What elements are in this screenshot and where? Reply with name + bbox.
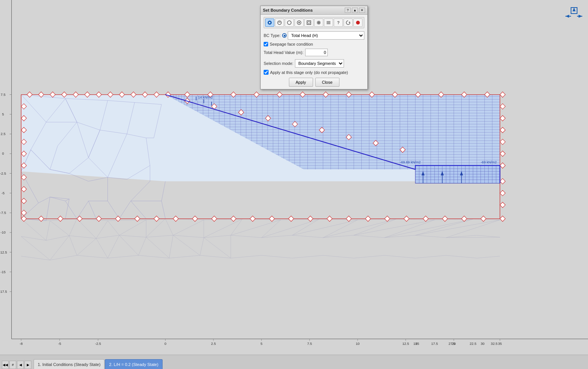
svg-point-436	[308, 22, 310, 24]
toolbar-btn-8[interactable]	[344, 18, 353, 27]
svg-text:35: 35	[498, 342, 502, 346]
dialog-title: Set Boundary Conditions	[263, 8, 313, 12]
stage-checkbox[interactable]	[264, 70, 269, 75]
svg-text:17.5: 17.5	[431, 342, 438, 346]
close-button[interactable]: Close	[315, 78, 339, 87]
svg-point-447	[356, 21, 360, 25]
toolbar-btn-5[interactable]	[314, 18, 323, 27]
dialog-controls: ? ▲ ✕	[345, 8, 365, 13]
boundary-conditions-dialog: Set Boundary Conditions ? ▲ ✕	[260, 6, 368, 89]
selection-mode-label: Selection mode:	[264, 61, 293, 66]
tab-bar: ◀◀ # ◀ ▶ 1. Initial Conditions (Steady S…	[0, 355, 588, 369]
svg-text:25: 25	[415, 342, 419, 346]
svg-text:-2.5: -2.5	[95, 342, 101, 346]
dialog-titlebar[interactable]: Set Boundary Conditions ? ▲ ✕	[261, 6, 367, 15]
dialog-body: ? BC Type: Total Head (H) Pressure Head …	[261, 15, 367, 89]
svg-text:0: 0	[164, 342, 166, 346]
svg-text:32.5: 32.5	[491, 342, 497, 346]
svg-text:-5: -5	[2, 191, 5, 195]
toolbar-btn-1[interactable]	[275, 18, 284, 27]
stage-row: Apply at this stage only (do not propaga…	[264, 70, 364, 75]
seepage-checkbox[interactable]	[264, 42, 268, 46]
toolbar-btn-3[interactable]	[295, 18, 304, 27]
dialog-help-button[interactable]: ?	[345, 8, 351, 13]
svg-marker-424	[573, 8, 576, 11]
toolbar-btn-4[interactable]	[304, 18, 313, 27]
svg-text:7.5: 7.5	[1, 93, 6, 97]
toolbar-btn-7[interactable]: ?	[334, 18, 343, 27]
tab-nav-hash[interactable]: #	[9, 361, 16, 369]
svg-text:5: 5	[261, 342, 263, 346]
svg-text:-8: -8	[20, 342, 23, 346]
svg-text:-2.5: -2.5	[0, 172, 6, 175]
svg-marker-426	[565, 15, 569, 18]
tab-nav-prev[interactable]: ◀	[17, 361, 24, 369]
stage-label: Apply at this stage only (do not propaga…	[270, 70, 348, 75]
svg-text:-17.5: -17.5	[0, 290, 7, 294]
apply-button[interactable]: Apply	[289, 78, 313, 87]
tab-initial-conditions[interactable]: 1. Initial Conditions (Steady State)	[34, 359, 104, 369]
tab-lh-steady[interactable]: 2. L/H = 0.2 (Steady State)	[105, 359, 163, 369]
nav-compass	[563, 6, 582, 25]
selection-mode-select[interactable]: Boundary Segments Nodes Elements	[295, 59, 344, 68]
svg-text:27.5: 27.5	[448, 342, 455, 346]
svg-point-434	[298, 22, 300, 23]
svg-text:0: 0	[2, 152, 4, 155]
bc-type-select[interactable]: Total Head (H) Pressure Head Total Flux …	[288, 31, 364, 40]
selection-mode-row: Selection mode: Boundary Segments Nodes …	[264, 59, 364, 68]
svg-text:-69.69 kN/m2: -69.69 kN/m2	[400, 160, 421, 164]
toolbar-btn-2[interactable]	[285, 18, 294, 27]
svg-text:14 kN/m2: 14 kN/m2	[198, 95, 213, 99]
tab-nav-next[interactable]: ▶	[25, 361, 31, 369]
svg-text:7.5: 7.5	[307, 342, 312, 346]
svg-text:-5: -5	[58, 342, 61, 346]
svg-text:2.5: 2.5	[211, 342, 216, 346]
svg-text:-10: -10	[1, 231, 6, 234]
toolbar-btn-0[interactable]	[265, 18, 274, 27]
bc-type-label: BC Type:	[264, 33, 281, 38]
seepage-label: Seepage face condition	[270, 42, 313, 46]
svg-text:22.5: 22.5	[470, 342, 476, 346]
toolbar-btn-6[interactable]	[324, 18, 333, 27]
total-head-input[interactable]	[305, 49, 328, 56]
svg-point-430	[269, 22, 270, 23]
tab-nav-first[interactable]: ◀◀	[2, 361, 9, 369]
svg-text:10: 10	[356, 342, 359, 346]
total-head-label: Total Head Value (m):	[264, 50, 304, 55]
svg-text:30: 30	[481, 342, 485, 346]
button-row: Apply Close	[264, 78, 364, 87]
svg-point-432	[287, 21, 291, 25]
toolbar-btn-9[interactable]	[353, 18, 362, 27]
toolbar-row: ?	[264, 17, 364, 28]
total-head-row: Total Head Value (m):	[264, 49, 364, 56]
bc-type-radio[interactable]	[282, 33, 287, 38]
svg-text:-7.5: -7.5	[0, 211, 6, 215]
svg-marker-428	[579, 15, 582, 18]
svg-text:2.5: 2.5	[1, 132, 6, 136]
bc-type-row: BC Type: Total Head (H) Pressure Head To…	[264, 31, 364, 40]
dialog-close-button[interactable]: ✕	[359, 8, 365, 13]
svg-text:12.5: 12.5	[402, 342, 409, 346]
svg-marker-446	[349, 22, 350, 23]
svg-text:-69 kN/m2: -69 kN/m2	[481, 160, 497, 164]
seepage-row: Seepage face condition	[264, 42, 364, 46]
dialog-minimize-button[interactable]: ▲	[352, 8, 358, 13]
svg-text:5: 5	[2, 112, 4, 116]
svg-text:-15: -15	[1, 270, 6, 274]
svg-text:-12.5: -12.5	[0, 250, 7, 254]
